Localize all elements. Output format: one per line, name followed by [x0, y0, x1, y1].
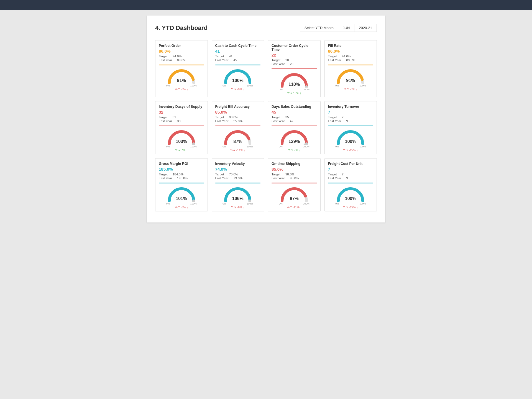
card-title: On-time Shipping — [272, 162, 317, 166]
yoy-text: YoY -3% ↓ — [175, 206, 188, 209]
target-label: Target — [159, 55, 168, 58]
card-value: 41 — [215, 49, 261, 53]
metric-card: Cash to Cash Cycle Time 41 Target 41 Las… — [212, 40, 264, 97]
card-lastyear-row: Last Year 89.0% — [159, 58, 204, 62]
lastyear-label: Last Year — [159, 58, 172, 62]
card-divider — [272, 68, 317, 69]
card-value: 74.0% — [215, 167, 261, 172]
card-lastyear-row: Last Year 45 — [215, 58, 261, 62]
card-lastyear-row: Last Year 95.0% — [215, 119, 261, 123]
card-divider — [215, 126, 261, 126]
gauge-max-label: 100% — [303, 202, 310, 205]
card-title: Customer Order Cycle Time — [272, 44, 317, 52]
lastyear-label: Last Year — [272, 177, 285, 180]
lastyear-value: 9 — [346, 177, 348, 180]
card-divider — [159, 183, 204, 183]
lastyear-value: 95.0% — [290, 177, 299, 180]
gauge-wrap: 100% — [335, 129, 366, 145]
header: 4. YTD Dashboard Select YTD Month JUN 20… — [155, 24, 377, 32]
card-divider — [272, 183, 317, 183]
page-title: 4. YTD Dashboard — [155, 24, 208, 32]
card-divider — [215, 183, 261, 183]
gauge-wrap: 110% — [279, 71, 310, 88]
page-container: 4. YTD Dashboard Select YTD Month JUN 20… — [147, 16, 385, 222]
metric-card: Customer Order Cycle Time 22 Target 20 L… — [268, 40, 321, 97]
card-target-row: Target 70.0% — [215, 173, 261, 176]
gauge-wrap: 100% — [335, 186, 366, 202]
card-lastyear-row: Last Year 190.0% — [159, 177, 204, 180]
year-value[interactable]: 2020-21 — [354, 24, 377, 32]
card-target-row: Target 7 — [328, 173, 374, 176]
lastyear-value: 190.0% — [177, 177, 188, 180]
gauge-center-text: 106% — [232, 196, 244, 201]
target-label: Target — [272, 58, 280, 62]
metric-card: On-time Shipping 85.0% Target 98.0% Last… — [268, 158, 321, 211]
gauge-center-text: 101% — [176, 196, 187, 201]
card-divider — [215, 65, 261, 65]
lastyear-label: Last Year — [215, 177, 229, 180]
gauge-container: 91% 0% 100% YoY -3% ↓ — [159, 68, 204, 91]
gauge-labels: 0% 100% — [279, 145, 310, 148]
card-target-row: Target 94.0% — [159, 55, 204, 58]
gauge-max-label: 100% — [247, 84, 253, 87]
gauge-labels: 0% 100% — [166, 84, 197, 87]
gauge-min-label: 0% — [335, 202, 339, 205]
lastyear-label: Last Year — [159, 119, 172, 123]
card-lastyear-row: Last Year 9 — [328, 119, 374, 123]
gauge-center-text: 129% — [288, 139, 300, 144]
gauge-max-label: 100% — [190, 145, 197, 148]
gauge-center-text: 91% — [177, 78, 186, 83]
gauge-wrap: 129% — [279, 129, 310, 145]
lastyear-value: 42 — [290, 119, 293, 123]
gauge-center-text: 100% — [345, 196, 356, 201]
card-lastyear-row: Last Year 89.0% — [328, 58, 374, 62]
target-label: Target — [328, 55, 337, 58]
month-value[interactable]: JUN — [338, 24, 354, 32]
lastyear-value: 89.0% — [346, 58, 355, 62]
target-value: 98.0% — [285, 173, 295, 176]
card-title: Inventory Velocity — [215, 162, 261, 166]
gauge-container: 129% 0% 100% YoY 7% ↑ — [272, 129, 317, 152]
lastyear-value: 89.0% — [177, 58, 186, 62]
yoy-text: YoY 10% ↑ — [287, 91, 301, 95]
top-bar — [0, 0, 532, 10]
gauge-center-text: 100% — [345, 139, 356, 144]
gauge-min-label: 0% — [335, 84, 339, 87]
card-divider — [328, 183, 374, 183]
gauge-wrap: 100% — [222, 68, 253, 84]
target-value: 31 — [173, 116, 176, 119]
gauge-max-label: 100% — [359, 145, 366, 148]
gauge-labels: 0% 100% — [335, 202, 366, 205]
card-target-row: Target 98.0% — [272, 173, 317, 176]
gauge-max-label: 100% — [303, 145, 310, 148]
card-value: 22 — [272, 53, 317, 57]
yoy-text: YoY -6% ↓ — [231, 206, 244, 209]
gauge-center-text: 87% — [233, 139, 242, 144]
card-divider — [159, 65, 204, 65]
lastyear-label: Last Year — [272, 119, 285, 123]
metric-card: Inventory Turnover 7 Target 7 Last Year … — [324, 101, 377, 154]
card-title: Inventory Turnover — [328, 105, 374, 109]
target-value: 7 — [342, 116, 343, 119]
card-target-row: Target 7 — [328, 116, 374, 119]
target-value: 184.0% — [173, 173, 183, 176]
target-value: 7 — [342, 173, 343, 176]
yoy-text: YoY -3% ↓ — [344, 88, 357, 91]
card-lastyear-row: Last Year 95.0% — [272, 177, 317, 180]
card-target-row: Target 31 — [159, 116, 204, 119]
card-value: 185.0% — [159, 167, 204, 172]
card-lastyear-row: Last Year 30 — [159, 119, 204, 123]
target-value: 94.0% — [342, 55, 351, 58]
gauge-wrap: 106% — [222, 186, 253, 202]
target-value: 98.0% — [229, 116, 238, 119]
target-label: Target — [272, 173, 280, 176]
lastyear-value: 9 — [346, 119, 348, 123]
gauge-min-label: 0% — [279, 202, 283, 205]
card-title: Cash to Cash Cycle Time — [215, 44, 261, 48]
gauge-min-label: 0% — [279, 88, 283, 91]
select-ytd-month-button[interactable]: Select YTD Month — [300, 24, 338, 32]
gauge-wrap: 103% — [166, 129, 197, 145]
gauge-max-label: 100% — [303, 88, 310, 91]
target-value: 20 — [285, 58, 289, 62]
gauge-center-text: 91% — [346, 78, 355, 83]
